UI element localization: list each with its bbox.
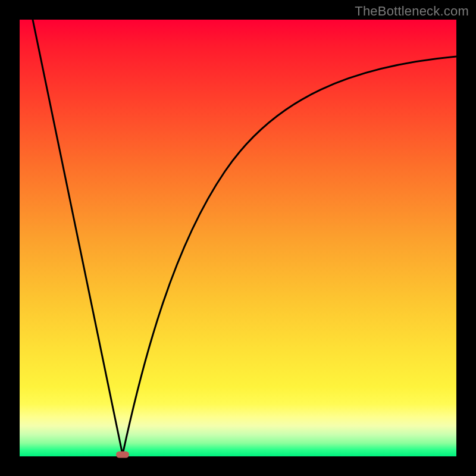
curve-right-branch — [123, 57, 456, 455]
plot-area — [20, 20, 456, 456]
anchor-point-marker — [116, 452, 129, 458]
chart-frame: TheBottleneck.com — [0, 0, 476, 476]
curve-layer — [20, 20, 456, 456]
curve-left-branch — [33, 20, 123, 455]
watermark-text: TheBottleneck.com — [355, 4, 469, 19]
